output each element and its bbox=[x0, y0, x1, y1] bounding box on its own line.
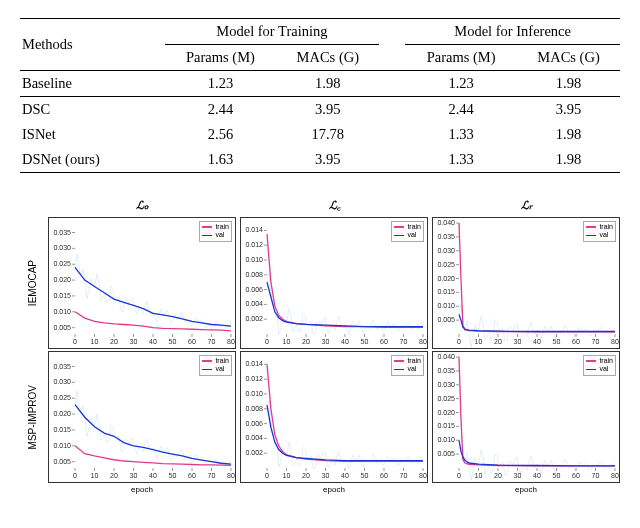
xlabel: epoch bbox=[432, 485, 620, 497]
svg-text:60: 60 bbox=[380, 472, 388, 479]
svg-text:0.020: 0.020 bbox=[437, 275, 455, 282]
svg-text:0.015: 0.015 bbox=[437, 288, 455, 295]
svg-text:20: 20 bbox=[110, 472, 118, 479]
svg-text:40: 40 bbox=[341, 338, 349, 345]
svg-text:0.015: 0.015 bbox=[53, 292, 71, 299]
svg-text:0.025: 0.025 bbox=[437, 395, 455, 402]
svg-text:30: 30 bbox=[514, 472, 522, 479]
plot-Lc-iemocap: 0.0020.0040.0060.0080.0100.0120.01401020… bbox=[240, 217, 428, 349]
svg-text:0: 0 bbox=[73, 338, 77, 345]
svg-text:70: 70 bbox=[592, 472, 600, 479]
xlabel: epoch bbox=[48, 485, 236, 497]
svg-text:20: 20 bbox=[110, 338, 118, 345]
svg-text:0.002: 0.002 bbox=[245, 315, 263, 322]
col-group-infer: Model for Inference bbox=[405, 19, 620, 45]
col-methods: Methods bbox=[20, 19, 139, 71]
svg-text:80: 80 bbox=[419, 338, 427, 345]
svg-text:0.025: 0.025 bbox=[53, 260, 71, 267]
svg-text:0: 0 bbox=[265, 472, 269, 479]
svg-text:50: 50 bbox=[361, 338, 369, 345]
svg-text:0.006: 0.006 bbox=[245, 420, 263, 427]
svg-text:40: 40 bbox=[341, 472, 349, 479]
svg-text:0.030: 0.030 bbox=[437, 247, 455, 254]
plot-Lr-iemocap: 0.0050.0100.0150.0200.0250.0300.0350.040… bbox=[432, 217, 620, 349]
plot-Lo-iemocap: 0.0050.0100.0150.0200.0250.0300.03501020… bbox=[48, 217, 236, 349]
plot-Lr-msp: 0.0050.0100.0150.0200.0250.0300.0350.040… bbox=[432, 351, 620, 483]
svg-text:0.012: 0.012 bbox=[245, 375, 263, 382]
svg-text:80: 80 bbox=[227, 338, 235, 345]
svg-text:0.010: 0.010 bbox=[437, 302, 455, 309]
svg-text:10: 10 bbox=[91, 472, 99, 479]
svg-text:0.010: 0.010 bbox=[245, 256, 263, 263]
svg-text:0.002: 0.002 bbox=[245, 449, 263, 456]
svg-text:0.035: 0.035 bbox=[53, 363, 71, 370]
legend: train val bbox=[583, 221, 616, 242]
svg-text:0.025: 0.025 bbox=[437, 261, 455, 268]
svg-text:0.004: 0.004 bbox=[245, 300, 263, 307]
svg-text:0: 0 bbox=[265, 338, 269, 345]
svg-text:60: 60 bbox=[572, 472, 580, 479]
svg-text:0.020: 0.020 bbox=[53, 410, 71, 417]
svg-text:0.030: 0.030 bbox=[53, 244, 71, 251]
svg-text:60: 60 bbox=[380, 338, 388, 345]
svg-text:0: 0 bbox=[457, 472, 461, 479]
svg-text:10: 10 bbox=[475, 472, 483, 479]
svg-text:0.015: 0.015 bbox=[53, 426, 71, 433]
svg-text:0.020: 0.020 bbox=[53, 276, 71, 283]
svg-text:0.005: 0.005 bbox=[53, 458, 71, 465]
svg-text:60: 60 bbox=[188, 338, 196, 345]
svg-text:50: 50 bbox=[553, 338, 561, 345]
svg-text:30: 30 bbox=[322, 472, 330, 479]
model-comparison-table: Methods Model for Training Model for Inf… bbox=[20, 18, 620, 173]
svg-text:60: 60 bbox=[188, 472, 196, 479]
svg-text:0.040: 0.040 bbox=[437, 219, 455, 226]
col-group-train: Model for Training bbox=[165, 19, 380, 45]
svg-text:40: 40 bbox=[533, 338, 541, 345]
col-params-infer: Params (M) bbox=[405, 45, 517, 71]
svg-text:0.010: 0.010 bbox=[437, 436, 455, 443]
svg-text:70: 70 bbox=[208, 338, 216, 345]
svg-text:0.006: 0.006 bbox=[245, 286, 263, 293]
svg-text:0.025: 0.025 bbox=[53, 394, 71, 401]
svg-text:0.004: 0.004 bbox=[245, 434, 263, 441]
svg-text:0.030: 0.030 bbox=[437, 381, 455, 388]
legend: train val bbox=[199, 355, 232, 376]
col-title-Lc: ℒ꜀ bbox=[240, 199, 428, 215]
svg-text:80: 80 bbox=[611, 472, 619, 479]
table-row: DSC 2.44 3.95 2.44 3.95 bbox=[20, 97, 620, 123]
legend: train val bbox=[391, 221, 424, 242]
svg-text:10: 10 bbox=[475, 338, 483, 345]
col-macs-train: MACs (G) bbox=[276, 45, 379, 71]
svg-text:60: 60 bbox=[572, 338, 580, 345]
svg-text:0.015: 0.015 bbox=[437, 422, 455, 429]
table-row: DSNet (ours) 1.63 3.95 1.33 1.98 bbox=[20, 147, 620, 173]
svg-text:0.010: 0.010 bbox=[53, 442, 71, 449]
svg-text:80: 80 bbox=[611, 338, 619, 345]
svg-text:70: 70 bbox=[400, 338, 408, 345]
svg-text:70: 70 bbox=[592, 338, 600, 345]
svg-text:20: 20 bbox=[494, 338, 502, 345]
svg-text:30: 30 bbox=[130, 338, 138, 345]
plot-Lc-msp: 0.0020.0040.0060.0080.0100.0120.01401020… bbox=[240, 351, 428, 483]
svg-text:20: 20 bbox=[302, 338, 310, 345]
row-label-iemocap: IEMOCAP bbox=[20, 217, 44, 349]
svg-text:0.010: 0.010 bbox=[53, 308, 71, 315]
legend: train val bbox=[391, 355, 424, 376]
legend: train val bbox=[199, 221, 232, 242]
svg-text:0.020: 0.020 bbox=[437, 409, 455, 416]
svg-text:0.012: 0.012 bbox=[245, 241, 263, 248]
svg-text:0.005: 0.005 bbox=[53, 324, 71, 331]
svg-text:0.014: 0.014 bbox=[245, 226, 263, 233]
svg-text:10: 10 bbox=[91, 338, 99, 345]
svg-text:0.014: 0.014 bbox=[245, 360, 263, 367]
col-macs-infer: MACs (G) bbox=[517, 45, 620, 71]
svg-text:0.040: 0.040 bbox=[437, 353, 455, 360]
svg-text:0: 0 bbox=[73, 472, 77, 479]
table-row: ISNet 2.56 17.78 1.33 1.98 bbox=[20, 122, 620, 147]
col-params-train: Params (M) bbox=[165, 45, 277, 71]
svg-text:10: 10 bbox=[283, 338, 291, 345]
svg-text:50: 50 bbox=[169, 472, 177, 479]
svg-text:10: 10 bbox=[283, 472, 291, 479]
svg-text:0.030: 0.030 bbox=[53, 378, 71, 385]
plot-Lo-msp: 0.0050.0100.0150.0200.0250.0300.03501020… bbox=[48, 351, 236, 483]
